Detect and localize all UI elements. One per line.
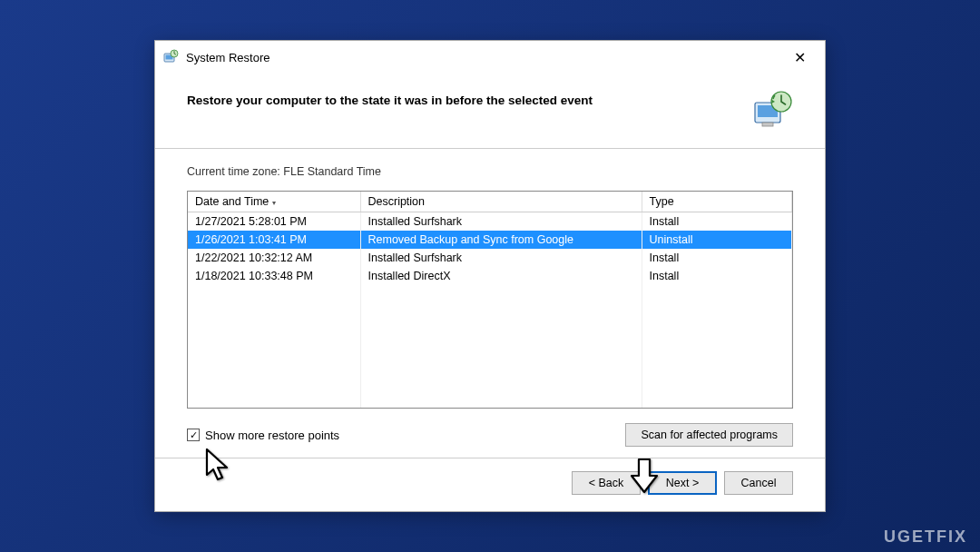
next-button[interactable]: Next > [648, 471, 717, 495]
window-title: System Restore [186, 51, 781, 64]
show-more-label: Show more restore points [205, 429, 339, 442]
titlebar: System Restore ✕ [155, 41, 825, 74]
column-header-description[interactable]: Description [360, 192, 642, 212]
table-row-empty [188, 394, 792, 409]
restore-points-table[interactable]: Date and Time▾ Description Type 1/27/202… [187, 191, 793, 409]
column-header-type[interactable]: Type [642, 192, 792, 212]
table-row-empty [188, 340, 792, 358]
system-restore-dialog: System Restore ✕ Restore your computer t… [154, 40, 826, 512]
scan-affected-button[interactable]: Scan for affected programs [625, 423, 793, 447]
table-header-row: Date and Time▾ Description Type [188, 192, 792, 212]
table-row-empty [188, 358, 792, 376]
sort-caret-icon: ▾ [272, 199, 276, 207]
table-row-empty [188, 303, 792, 321]
table-row[interactable]: 1/27/2021 5:28:01 PMInstalled SurfsharkI… [188, 212, 792, 232]
table-row[interactable]: 1/26/2021 1:03:41 PMRemoved Backup and S… [188, 231, 792, 249]
back-button[interactable]: < Back [572, 471, 641, 495]
close-icon: ✕ [794, 49, 806, 66]
cancel-button[interactable]: Cancel [724, 471, 793, 495]
table-row[interactable]: 1/22/2021 10:32:12 AMInstalled Surfshark… [188, 249, 792, 267]
column-header-date[interactable]: Date and Time▾ [188, 192, 360, 212]
close-button[interactable]: ✕ [781, 46, 818, 68]
watermark: UGETFIX [884, 527, 967, 547]
table-row-empty [188, 321, 792, 340]
dialog-body: Current time zone: FLE Standard Time Dat… [155, 149, 825, 458]
dialog-footer: < Back Next > Cancel [155, 458, 825, 511]
table-footer-row: ✓ Show more restore points Scan for affe… [187, 423, 793, 447]
timezone-label: Current time zone: FLE Standard Time [187, 165, 793, 178]
system-restore-large-icon [751, 90, 793, 132]
table-row[interactable]: 1/18/2021 10:33:48 PMInstalled DirectXIn… [188, 267, 792, 285]
system-restore-icon [162, 49, 179, 65]
table-row-empty [188, 376, 792, 394]
dialog-header: Restore your computer to the state it wa… [155, 74, 825, 149]
table-row-empty [188, 285, 792, 303]
checkbox-icon: ✓ [187, 429, 200, 441]
dialog-heading: Restore your computer to the state it wa… [187, 94, 593, 107]
show-more-checkbox[interactable]: ✓ Show more restore points [187, 429, 339, 442]
svg-rect-5 [762, 123, 773, 126]
